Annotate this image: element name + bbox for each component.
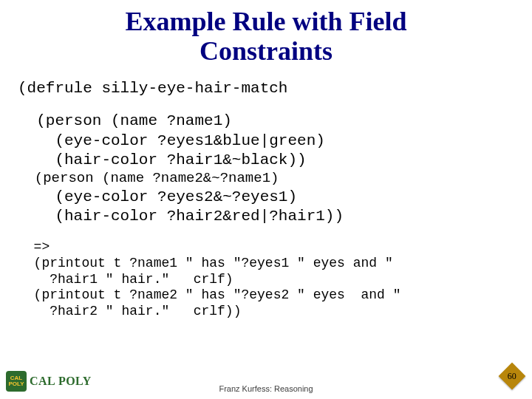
footer-author: Franz Kurfess: Reasoning <box>219 384 313 393</box>
code-person1-name: (person (name ?name1) <box>18 112 517 131</box>
code-defrule: (defrule silly-eye-hair-match <box>18 79 517 98</box>
page-number: 60 <box>508 371 516 382</box>
calpoly-logo-text: CAL POLY <box>30 375 92 388</box>
page-number-badge: 60 <box>499 363 526 390</box>
code-person1-eye: (eye-color ?eyes1&blue|green) <box>18 132 517 151</box>
code-arrow: => <box>18 239 517 256</box>
title-line-2: Constraints <box>200 36 332 66</box>
code-printout1a: (printout t ?name1 " has "?eyes1 " eyes … <box>18 256 517 272</box>
code-printout1b: ?hair1 " hair." crlf) <box>18 272 517 288</box>
slide-title: Example Rule with Field Constraints <box>15 7 517 66</box>
calpoly-logo: CALPOLY CAL POLY <box>6 371 92 392</box>
code-person1-hair: (hair-color ?hair1&~black)) <box>18 151 517 170</box>
code-person2-name: (person (name ?name2&~?name1) <box>18 170 517 188</box>
code-person2-eye: (eye-color ?eyes2&~?eyes1) <box>18 188 517 207</box>
code-person2-hair: (hair-color ?hair2&red|?hair1)) <box>18 207 517 226</box>
code-printout2b: ?hair2 " hair." crlf)) <box>18 304 517 320</box>
calpoly-badge-icon: CALPOLY <box>6 371 27 392</box>
code-printout2a: (printout t ?name2 " has "?eyes2 " eyes … <box>18 287 517 304</box>
title-line-1: Example Rule with Field <box>125 7 406 36</box>
